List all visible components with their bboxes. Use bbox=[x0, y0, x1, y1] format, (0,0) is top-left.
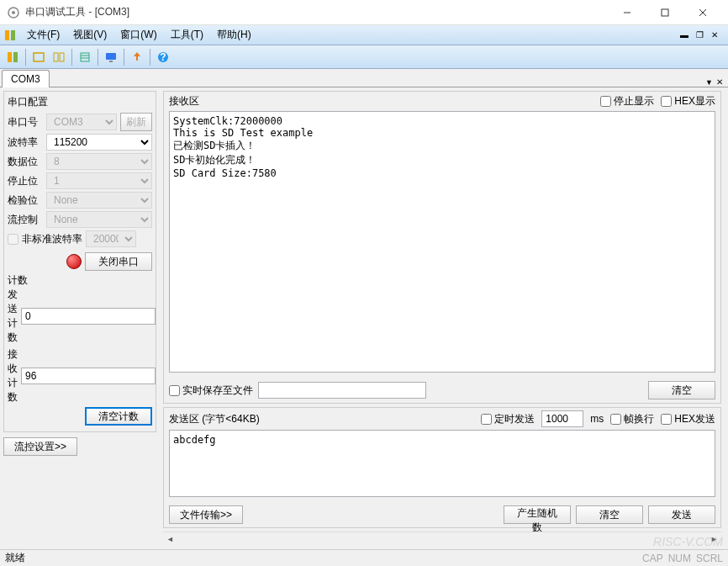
interval-field[interactable] bbox=[541, 410, 583, 427]
tab-close-icon[interactable]: ✕ bbox=[716, 77, 723, 87]
minimize-button[interactable] bbox=[608, 0, 646, 24]
mdi-restore-icon[interactable]: ❐ bbox=[693, 29, 706, 41]
serial-config-title: 串口配置 bbox=[8, 95, 152, 109]
menu-view[interactable]: 视图(V) bbox=[66, 26, 113, 44]
mdi-close-icon[interactable]: ✕ bbox=[708, 29, 721, 41]
timed-send-label: 定时发送 bbox=[494, 412, 535, 426]
port-label: 串口号 bbox=[8, 115, 43, 130]
file-transfer-button[interactable]: 文件传输>> bbox=[169, 505, 243, 524]
window-title: 串口调试工具 - [COM3] bbox=[25, 5, 608, 19]
send-textarea[interactable] bbox=[169, 430, 715, 497]
pause-display-label: 停止显示 bbox=[614, 94, 654, 108]
hex-display-label: HEX显示 bbox=[674, 94, 715, 108]
clear-count-button[interactable]: 清空计数 bbox=[85, 407, 152, 426]
toolbar-window1-icon[interactable] bbox=[29, 48, 48, 66]
toolbar-window2-icon[interactable] bbox=[50, 48, 68, 66]
statusbar: 就绪 CAP NUM SCRL bbox=[0, 549, 728, 566]
svg-rect-10 bbox=[34, 53, 44, 61]
nonstd-baud-select[interactable]: 200000 bbox=[86, 230, 136, 247]
menu-help[interactable]: 帮助(H) bbox=[210, 26, 258, 44]
stopbits-select[interactable]: 1 bbox=[46, 172, 152, 189]
send-button[interactable]: 发送 bbox=[648, 505, 715, 524]
send-count-field[interactable] bbox=[21, 308, 156, 325]
svg-text:?: ? bbox=[160, 51, 166, 63]
save-path-field[interactable] bbox=[258, 382, 426, 399]
refresh-button[interactable]: 刷新 bbox=[120, 113, 152, 131]
svg-rect-6 bbox=[5, 30, 9, 40]
svg-rect-3 bbox=[662, 9, 668, 16]
close-button[interactable] bbox=[683, 0, 721, 24]
frame-wrap-label: 帧换行 bbox=[624, 412, 654, 426]
status-text: 就绪 bbox=[5, 551, 642, 565]
receive-textarea[interactable]: SystemClk:72000000 This is SD Test examp… bbox=[169, 111, 715, 373]
receive-section: 接收区 停止显示 HEX显示 SystemClk:72000000 This i… bbox=[163, 91, 721, 404]
hex-send-checkbox[interactable] bbox=[661, 414, 672, 425]
receive-title: 接收区 bbox=[169, 94, 593, 108]
menu-app-icon bbox=[3, 29, 17, 42]
serial-config-group: 串口配置 串口号 COM3 刷新 波特率 115200 数据位 8 停止位 1 … bbox=[3, 91, 156, 432]
connection-status-icon bbox=[66, 254, 82, 269]
toolbar-help-icon[interactable]: ? bbox=[154, 48, 172, 66]
tab-label: COM3 bbox=[11, 73, 40, 85]
svg-rect-13 bbox=[81, 53, 89, 61]
svg-point-1 bbox=[12, 11, 15, 14]
flow-settings-button[interactable]: 流控设置>> bbox=[3, 437, 77, 456]
send-title: 发送区 (字节<64KB) bbox=[169, 412, 474, 426]
parity-select[interactable]: None bbox=[46, 192, 152, 209]
mdi-minimize-icon[interactable]: ▬ bbox=[678, 29, 691, 41]
tab-com3[interactable]: COM3 bbox=[2, 70, 50, 87]
status-cap: CAP bbox=[642, 553, 663, 564]
flow-select[interactable]: None bbox=[46, 211, 152, 228]
maximize-button[interactable] bbox=[646, 0, 683, 24]
status-scrl: SCRL bbox=[696, 553, 723, 564]
nonstd-baud-checkbox[interactable] bbox=[8, 234, 18, 245]
recv-count-label: 接收计数 bbox=[8, 347, 18, 405]
svg-rect-16 bbox=[106, 53, 116, 60]
left-panel: 串口配置 串口号 COM3 刷新 波特率 115200 数据位 8 停止位 1 … bbox=[0, 87, 160, 549]
svg-rect-12 bbox=[60, 53, 64, 61]
flow-label: 流控制 bbox=[8, 213, 43, 227]
recv-count-field[interactable] bbox=[21, 368, 156, 384]
baud-label: 波特率 bbox=[8, 135, 43, 150]
stopbits-label: 停止位 bbox=[8, 174, 43, 188]
toolbar-new-icon[interactable] bbox=[3, 48, 22, 66]
svg-rect-7 bbox=[11, 30, 15, 40]
frame-wrap-checkbox[interactable] bbox=[610, 414, 621, 425]
menu-tools[interactable]: 工具(T) bbox=[164, 26, 210, 44]
titlebar: 串口调试工具 - [COM3] bbox=[0, 0, 728, 25]
status-num: NUM bbox=[668, 553, 691, 564]
databits-select[interactable]: 8 bbox=[46, 153, 152, 170]
baud-select[interactable]: 115200 bbox=[46, 134, 152, 151]
nonstd-baud-label: 非标准波特率 bbox=[22, 232, 82, 246]
pause-display-checkbox[interactable] bbox=[600, 96, 611, 107]
realtime-save-checkbox[interactable] bbox=[169, 385, 180, 396]
receive-clear-button[interactable]: 清空 bbox=[648, 381, 715, 399]
timed-send-checkbox[interactable] bbox=[481, 414, 492, 425]
svg-rect-9 bbox=[13, 52, 18, 62]
toolbar: ? bbox=[0, 45, 728, 69]
hex-display-checkbox[interactable] bbox=[661, 96, 672, 107]
interval-unit: ms bbox=[590, 413, 604, 425]
horizontal-scrollbar[interactable]: ◄ ► bbox=[163, 532, 721, 546]
send-section: 发送区 (字节<64KB) 定时发送 ms 帧换行 HEX发送 文件传输>> 产… bbox=[163, 407, 721, 528]
parity-label: 检验位 bbox=[8, 193, 43, 208]
svg-rect-17 bbox=[109, 61, 113, 62]
random-button[interactable]: 产生随机数 bbox=[504, 505, 571, 524]
databits-label: 数据位 bbox=[8, 155, 43, 169]
scroll-left-icon[interactable]: ◄ bbox=[163, 533, 177, 546]
send-clear-button[interactable]: 清空 bbox=[576, 505, 643, 524]
port-select[interactable]: COM3 bbox=[46, 114, 117, 130]
svg-rect-8 bbox=[8, 52, 12, 62]
right-panel: 接收区 停止显示 HEX显示 SystemClk:72000000 This i… bbox=[160, 87, 728, 549]
close-port-button[interactable]: 关闭串口 bbox=[85, 252, 152, 271]
toolbar-monitor-icon[interactable] bbox=[102, 48, 120, 66]
toolbar-upload-icon[interactable] bbox=[128, 48, 146, 66]
tabbar: COM3 ▼ ✕ bbox=[0, 69, 728, 87]
toolbar-list-icon[interactable] bbox=[76, 48, 94, 66]
tab-dropdown-icon[interactable]: ▼ bbox=[705, 78, 713, 87]
workspace: 串口配置 串口号 COM3 刷新 波特率 115200 数据位 8 停止位 1 … bbox=[0, 87, 728, 549]
menu-window[interactable]: 窗口(W) bbox=[113, 26, 163, 44]
realtime-save-label: 实时保存至文件 bbox=[182, 384, 253, 398]
menu-file[interactable]: 文件(F) bbox=[20, 26, 66, 44]
scroll-right-icon[interactable]: ► bbox=[707, 533, 721, 546]
